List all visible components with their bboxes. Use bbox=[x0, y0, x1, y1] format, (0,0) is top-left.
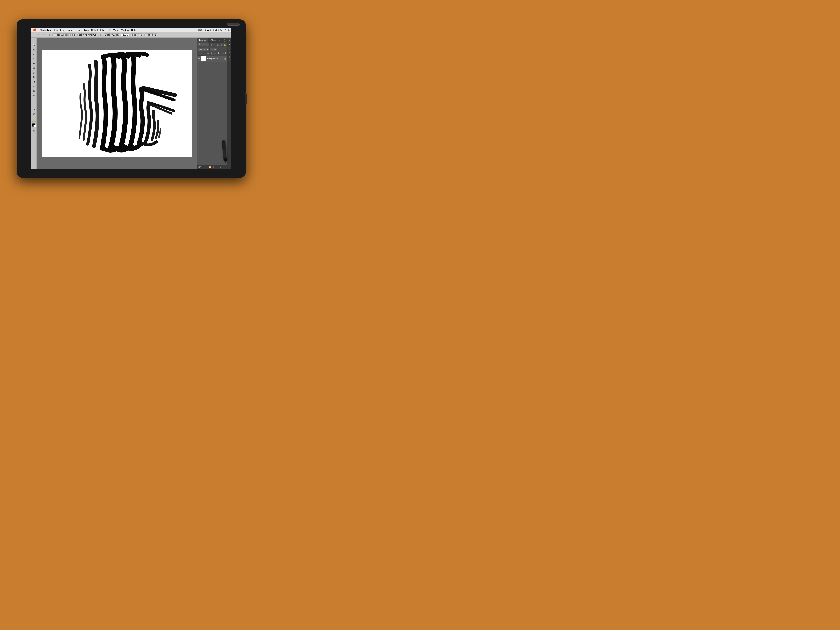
foreground-color[interactable] bbox=[32, 123, 35, 127]
photoshop-toolbar: ←→ 🔍 🔍 □ Resize Windows to Fit Zoom All … bbox=[31, 32, 231, 38]
lock-pixels-btn[interactable]: ✏ bbox=[207, 52, 210, 55]
resize-windows-btn[interactable]: Resize Windows to Fit bbox=[52, 33, 76, 36]
tablet-side-button[interactable] bbox=[245, 93, 247, 104]
new-group-btn[interactable]: 📁 bbox=[208, 166, 212, 169]
scrubby-zoom-btn[interactable]: Scrubby Zoom bbox=[104, 33, 120, 36]
zoom-out-icon[interactable]: 🔍 bbox=[43, 33, 46, 37]
delete-layer-btn[interactable]: 🗑 bbox=[219, 166, 222, 169]
background-color[interactable] bbox=[33, 125, 36, 127]
brush-settings-icon[interactable]: 🖌 bbox=[227, 59, 231, 63]
tool-healing[interactable]: ⊕ bbox=[32, 66, 36, 70]
layer-row-background[interactable]: 👁 Background 🔒 bbox=[197, 55, 227, 62]
link-layers-btn[interactable]: 🔗 bbox=[198, 166, 201, 169]
zoom-percent-btn[interactable]: 100% bbox=[121, 33, 129, 36]
tab-channels[interactable]: Channels bbox=[208, 38, 222, 43]
menu-help[interactable]: Help bbox=[131, 29, 136, 31]
menu-file[interactable]: File bbox=[54, 29, 58, 31]
menu-window[interactable]: Window bbox=[121, 29, 129, 31]
layer-lock-options: Lock: ⬚ ✏ ✛ □ 🔒 Fill: bbox=[197, 52, 227, 55]
filter-adjustment-icon[interactable]: ◈ bbox=[213, 43, 216, 46]
menu-app-name[interactable]: Photoshop bbox=[39, 29, 52, 31]
add-mask-btn[interactable]: ◻ bbox=[205, 166, 208, 169]
panel-tabs: Layers Channels ≡ ✕ bbox=[197, 38, 227, 43]
tool-eraser[interactable]: ◻ bbox=[32, 84, 36, 88]
scrubby-zoom-icon[interactable]: □ bbox=[98, 33, 102, 37]
tool-dodge[interactable]: ⊙ bbox=[32, 93, 36, 98]
tool-mask[interactable]: ⊟ bbox=[32, 129, 36, 133]
filter-type-icon[interactable]: ▤ bbox=[210, 43, 213, 46]
tools-panel: ↕ 🔍 ⊡ ⊏ ✂ ✒ ⊕ 🖌 S ◀ ◻ ▦ ⊙ ✏ T ▷ ⬡ ✋ bbox=[31, 38, 37, 169]
tool-brush[interactable]: 🖌 bbox=[32, 71, 36, 75]
layer-visibility-icon[interactable]: 👁 bbox=[198, 57, 201, 60]
menu-view[interactable]: View bbox=[113, 29, 118, 31]
filter-smart-icon[interactable]: ◫ bbox=[217, 43, 219, 46]
tool-move[interactable]: ↕ bbox=[32, 38, 36, 43]
color-wells[interactable] bbox=[32, 123, 36, 128]
filter-locked-icon[interactable]: 🔒 bbox=[223, 43, 226, 46]
stylus-tip bbox=[224, 160, 226, 163]
zoom-checkbox-icon[interactable]: □ bbox=[47, 33, 51, 37]
tool-pen[interactable]: ✏ bbox=[32, 98, 36, 102]
menu-image[interactable]: Image bbox=[67, 29, 73, 31]
lock-transparent-btn[interactable]: ⬚ bbox=[203, 52, 206, 55]
tool-zoom[interactable]: 🔍 bbox=[32, 43, 36, 47]
tablet-device: 🍎 Photoshop File Edit Image Layer Type S… bbox=[17, 19, 246, 178]
system-icons: ⊡ ⊞ ✦ ⊙ ☁ ◉ bbox=[198, 29, 212, 31]
tool-history[interactable]: ◀ bbox=[32, 80, 36, 84]
lock-artboard-btn[interactable]: □ bbox=[214, 52, 217, 55]
tool-clone[interactable]: S bbox=[32, 75, 36, 79]
zoom-all-btn[interactable]: Zoom All Windows bbox=[77, 33, 97, 36]
panel-menu-btn[interactable]: ≡ ✕ bbox=[223, 38, 227, 43]
menu-edit[interactable]: Edit bbox=[60, 29, 64, 31]
history-icon[interactable]: ↺ bbox=[227, 38, 231, 42]
layers-filter-icons: ▤ ◈ ◫ ◉ 🔒 bbox=[210, 43, 226, 46]
layers-bottom-toolbar: 🔗 ƒ ◻ 📁 ⊕ + 🗑 bbox=[197, 165, 227, 169]
menu-layer[interactable]: Layer bbox=[76, 29, 82, 31]
add-style-btn[interactable]: ƒ bbox=[202, 166, 204, 169]
tool-shape[interactable]: ⬡ bbox=[32, 112, 36, 116]
layers-search-input[interactable]: 🔍 bbox=[198, 43, 210, 46]
filter-visible-icon[interactable]: ◉ bbox=[220, 43, 223, 46]
fill-screen-btn[interactable]: Fill Screen bbox=[144, 33, 157, 36]
brush-strokes-svg bbox=[42, 51, 192, 157]
tool-hand[interactable]: ✋ bbox=[32, 117, 36, 121]
menu-select[interactable]: Select bbox=[91, 29, 98, 31]
fill-label: Fill: bbox=[223, 52, 226, 54]
datetime-display: Fri 30 Jun 01:55 bbox=[213, 29, 230, 31]
menu-bar-left: 🍎 Photoshop File Edit Image Layer Type S… bbox=[33, 28, 136, 32]
tool-text[interactable]: T bbox=[32, 103, 36, 107]
canvas-area[interactable] bbox=[37, 38, 197, 169]
tool-gradient[interactable]: ▦ bbox=[32, 89, 36, 93]
apple-logo-icon[interactable]: 🍎 bbox=[33, 28, 36, 32]
paragraph-icon[interactable]: ¶ bbox=[227, 55, 231, 58]
swatches-icon[interactable]: ⬛ bbox=[227, 47, 231, 50]
tool-lasso[interactable]: ⊏ bbox=[32, 52, 36, 57]
lock-all-btn[interactable]: 🔒 bbox=[217, 52, 220, 55]
layer-thumbnail bbox=[201, 56, 206, 61]
fit-screen-btn[interactable]: Fit Screen bbox=[131, 33, 143, 36]
tool-crop[interactable]: ✂ bbox=[32, 57, 36, 61]
tablet-power-button[interactable] bbox=[227, 23, 240, 25]
blend-mode-select[interactable]: Normal bbox=[198, 48, 210, 51]
actions-icon[interactable]: ▶ bbox=[227, 43, 231, 46]
main-area: ↕ 🔍 ⊡ ⊏ ✂ ✒ ⊕ 🖌 S ◀ ◻ ▦ ⊙ ✏ T ▷ ⬡ ✋ bbox=[31, 38, 231, 169]
tool-eyedropper[interactable]: ✒ bbox=[32, 62, 36, 66]
mac-menu-bar: 🍎 Photoshop File Edit Image Layer Type S… bbox=[31, 28, 231, 32]
character-icon[interactable]: A bbox=[227, 51, 231, 54]
lock-label: Lock: bbox=[198, 52, 202, 54]
menu-3d[interactable]: 3D bbox=[108, 29, 111, 31]
photoshop-canvas[interactable] bbox=[42, 51, 192, 157]
menu-bar-right: ⊡ ⊞ ✦ ⊙ ☁ ◉ Fri 30 Jun 01:55 bbox=[198, 29, 230, 31]
move-icon[interactable]: ←→ bbox=[33, 33, 36, 37]
tab-layers[interactable]: Layers bbox=[197, 38, 208, 43]
tool-marquee[interactable]: ⊡ bbox=[32, 48, 36, 52]
menu-type[interactable]: Type bbox=[84, 29, 89, 31]
layers-options: Normal bbox=[197, 47, 227, 52]
lock-position-btn[interactable]: ✛ bbox=[210, 52, 213, 55]
new-layer-btn[interactable]: + bbox=[216, 166, 218, 169]
menu-filter[interactable]: Filter bbox=[100, 29, 105, 31]
new-adjustment-btn[interactable]: ⊕ bbox=[212, 166, 215, 169]
tool-path-select[interactable]: ▷ bbox=[32, 107, 36, 112]
zoom-in-icon[interactable]: 🔍 bbox=[38, 33, 41, 37]
opacity-input[interactable] bbox=[210, 48, 218, 51]
